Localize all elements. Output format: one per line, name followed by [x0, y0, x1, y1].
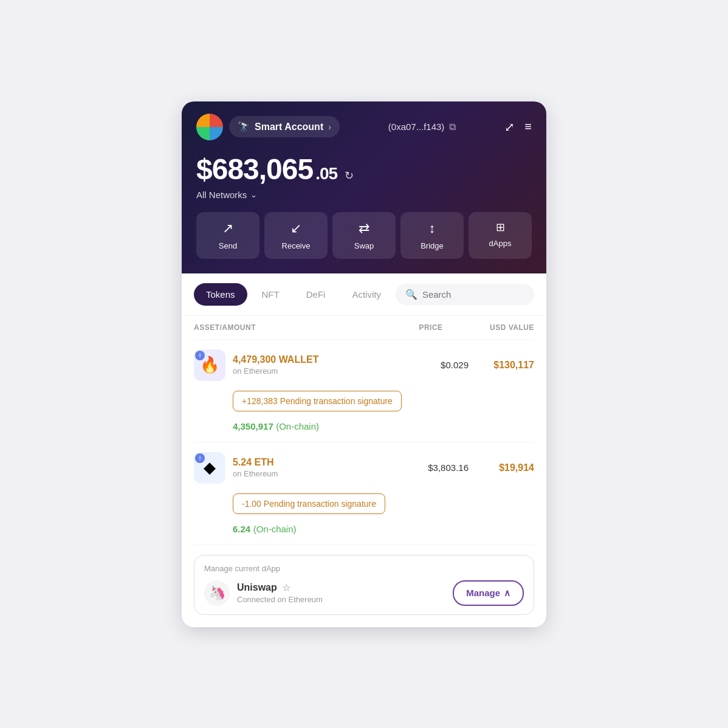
dapps-label: dApps — [489, 239, 512, 248]
col-value-header: USD VALUE — [461, 323, 534, 332]
eth-badge-wallet: ⟠ — [195, 351, 205, 360]
search-wrapper: 🔍 — [396, 284, 534, 305]
balance-amount: $683,065 — [196, 153, 313, 186]
unicorn-icon: 🦄 — [209, 585, 225, 601]
swap-button[interactable]: ⇄ Swap — [332, 212, 396, 259]
eth-token-value: $19,914 — [473, 462, 534, 473]
menu-icon[interactable]: ≡ — [524, 120, 532, 134]
token-row-wallet: ⟠ 🔥 4,479,300 WALLET on Ethereum $0.029 … — [194, 340, 534, 442]
token-main-eth: ⟠ ◆ 5.24 ETH on Ethereum $3,803.16 $19,9… — [194, 452, 534, 484]
receive-icon: ↙ — [290, 221, 301, 236]
token-row-eth: ⟠ ◆ 5.24 ETH on Ethereum $3,803.16 $19,9… — [194, 442, 534, 545]
dapp-name: Uniswap ☆ — [237, 582, 323, 594]
bridge-button[interactable]: ↕ Bridge — [400, 212, 464, 259]
action-buttons: ↗ Send ↙ Receive ⇄ Swap ↕ Bridge ⊞ dApps — [196, 212, 532, 259]
send-label: Send — [219, 241, 237, 250]
send-icon: ↗ — [222, 221, 233, 236]
dapps-icon: ⊞ — [496, 221, 505, 234]
app-logo — [196, 114, 223, 140]
column-headers: ASSET/AMOUNT PRICE USD VALUE — [194, 316, 534, 340]
balance-cents: .05 — [315, 164, 337, 184]
col-asset-header: ASSET/AMOUNT — [194, 323, 400, 332]
wallet-onchain-row: 4,350,917 (On-chain) — [194, 421, 534, 432]
star-icon[interactable]: ☆ — [282, 582, 290, 594]
wallet-token-name: 4,479,300 WALLET — [233, 354, 403, 365]
wallet-onchain-amount: 4,350,917 — [233, 421, 273, 431]
chevron-right-icon: › — [328, 122, 331, 132]
wallet-onchain-label: (On-chain) — [276, 421, 319, 431]
search-input[interactable] — [422, 289, 524, 300]
eth-pending-badge: -1.00 Pending transaction signature — [233, 493, 385, 514]
eth-onchain-row: 6.24 (On-chain) — [194, 524, 534, 535]
wallet-token-value: $130,117 — [473, 360, 534, 371]
dapp-row: 🦄 Uniswap ☆ Connected on Ethereum Manage… — [204, 580, 524, 606]
eth-token-network: on Ethereum — [233, 469, 403, 478]
receive-button[interactable]: ↙ Receive — [264, 212, 328, 259]
copy-icon[interactable]: ⧉ — [449, 122, 456, 132]
dapps-button[interactable]: ⊞ dApps — [469, 212, 532, 259]
eth-name-section: 5.24 ETH on Ethereum — [233, 457, 403, 478]
balance-section: $683,065 .05 ↻ All Networks ⌄ — [196, 153, 532, 200]
network-chevron-icon: ⌄ — [250, 190, 257, 199]
refresh-icon[interactable]: ↻ — [345, 169, 354, 182]
wallet-name-section: 4,479,300 WALLET on Ethereum — [233, 354, 403, 376]
dapp-info: Uniswap ☆ Connected on Ethereum — [237, 582, 323, 604]
uniswap-icon: 🦄 — [204, 580, 230, 606]
token-main-wallet: ⟠ 🔥 4,479,300 WALLET on Ethereum $0.029 … — [194, 349, 534, 381]
eth-token-price: $3,803.16 — [408, 462, 469, 473]
manage-dapp-title: Manage current dApp — [204, 564, 524, 573]
manage-dapp-section: Manage current dApp 🦄 Uniswap ☆ Connecte… — [194, 555, 534, 615]
wallet-token-network: on Ethereum — [233, 366, 403, 376]
tabs-section: Tokens NFT DeFi Activity 🔍 — [182, 273, 546, 316]
eth-diamond-icon: ◆ — [204, 458, 216, 477]
receive-label: Receive — [282, 241, 311, 250]
wallet-container: 🔭 Smart Account › (0xa07...f143) ⧉ ⤢ ≡ $… — [182, 101, 546, 627]
bridge-icon: ↕ — [429, 221, 436, 236]
network-label: All Networks — [196, 190, 247, 200]
address-text: (0xa07...f143) — [388, 122, 445, 132]
search-icon: 🔍 — [405, 289, 417, 300]
header-actions: ⤢ ≡ — [504, 120, 532, 134]
expand-icon[interactable]: ⤢ — [504, 120, 515, 134]
tab-defi[interactable]: DeFi — [294, 283, 338, 306]
eth-token-icon: ⟠ ◆ — [194, 452, 225, 484]
account-name-label: Smart Account — [255, 122, 323, 132]
wallet-pending-badge: +128,383 Pending transaction signature — [233, 391, 402, 411]
eth-onchain-label: (On-chain) — [253, 524, 297, 534]
tab-nft[interactable]: NFT — [250, 283, 292, 306]
eth-onchain-amount: 6.24 — [233, 524, 250, 534]
bridge-label: Bridge — [421, 241, 444, 250]
address-wrapper: (0xa07...f143) ⧉ — [388, 122, 456, 132]
eth-badge-eth: ⟠ — [195, 453, 205, 463]
binoculars-icon: 🔭 — [238, 121, 250, 132]
wallet-token-icon: ⟠ 🔥 — [194, 349, 225, 381]
header-top: 🔭 Smart Account › (0xa07...f143) ⧉ ⤢ ≡ — [196, 114, 532, 140]
manage-label: Manage — [466, 588, 500, 598]
wallet-token-price: $0.029 — [408, 360, 469, 370]
token-list: ASSET/AMOUNT PRICE USD VALUE ⟠ 🔥 4,479,3… — [182, 316, 546, 545]
network-selector[interactable]: All Networks ⌄ — [196, 190, 532, 200]
tab-activity[interactable]: Activity — [340, 283, 393, 306]
swap-icon: ⇄ — [359, 221, 369, 236]
col-price-header: PRICE — [400, 323, 461, 332]
account-info: 🔭 Smart Account › — [196, 114, 340, 140]
header: 🔭 Smart Account › (0xa07...f143) ⧉ ⤢ ≡ $… — [182, 101, 546, 273]
swap-label: Swap — [354, 241, 374, 250]
tab-tokens[interactable]: Tokens — [194, 283, 247, 306]
eth-token-name: 5.24 ETH — [233, 457, 403, 468]
manage-button[interactable]: Manage ∧ — [453, 580, 524, 606]
chevron-up-icon: ∧ — [504, 588, 510, 599]
account-name-wrapper[interactable]: 🔭 Smart Account › — [229, 116, 340, 137]
dapp-status: Connected on Ethereum — [237, 595, 323, 604]
send-button[interactable]: ↗ Send — [196, 212, 259, 259]
